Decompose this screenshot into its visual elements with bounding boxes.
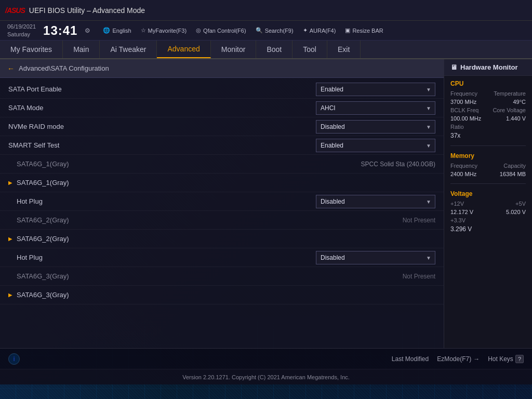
nav-my-favorites[interactable]: My Favorites (0, 41, 63, 58)
voltage-5v-label: +5V (515, 201, 526, 207)
day-display: Saturday (7, 31, 36, 38)
nav-advanced[interactable]: Advanced (157, 41, 210, 58)
last-modified-label: Last Modified (392, 355, 429, 363)
sata6g2-info-value: Not Present (403, 217, 435, 224)
memory-frequency-value-row: 2400 MHz 16384 MB (450, 171, 526, 177)
toolbar-qfan[interactable]: ◎ Qfan Control(F6) (196, 27, 246, 34)
memory-section-title: Memory (450, 152, 526, 159)
hot-keys-label: Hot Keys (488, 355, 513, 363)
star-icon: ☆ (141, 27, 146, 34)
memory-voltage-divider (450, 183, 526, 184)
cpu-ratio-row: Ratio (450, 124, 526, 130)
setting-nvme-raid: NVMe RAID mode Enabled Disabled ▼ (0, 117, 444, 136)
last-modified-button[interactable]: Last Modified (392, 355, 429, 363)
expand-arrow-icon: ▶ (8, 180, 12, 185)
hot-plug-2-label: Hot Plug (17, 254, 316, 261)
cpu-bclk-value: 100.00 MHz (450, 115, 481, 122)
sata6g2-expand-label: SATA6G_2(Gray) (17, 235, 69, 243)
expand-arrow-icon: ▶ (8, 292, 12, 298)
nav-main[interactable]: Main (63, 41, 100, 58)
sata-mode-select[interactable]: AHCI RAID IDE (316, 101, 435, 115)
footer-right: Last Modified EzMode(F7) → Hot Keys ? (392, 355, 524, 363)
memory-capacity-value: 16384 MB (500, 171, 526, 177)
memory-frequency-value: 2400 MHz (450, 171, 476, 177)
hw-monitor-title-text: Hardware Monitor (460, 63, 518, 71)
cpu-bclk-row: BCLK Freq Core Voltage (450, 107, 526, 113)
voltage-5v-value: 5.020 V (506, 209, 526, 215)
hw-monitor-title: 🖥 Hardware Monitor (444, 59, 532, 76)
cpu-ratio-label: Ratio (450, 124, 464, 130)
toolbar-aura[interactable]: ✦ AURA(F4) (303, 27, 336, 34)
hot-keys-icon: ? (515, 355, 524, 363)
nvme-raid-select[interactable]: Enabled Disabled (316, 120, 435, 134)
ez-mode-arrow-icon: → (473, 355, 480, 363)
voltage-12v-label: +12V (450, 201, 464, 207)
hot-plug-1-label: Hot Plug (17, 197, 316, 205)
sata6g1-info-value: SPCC Solid Sta (240.0GB) (361, 161, 435, 168)
cpu-frequency-value: 3700 MHz (450, 99, 476, 105)
fan-icon: ◎ (196, 27, 201, 34)
cpu-temperature-value: 49°C (513, 99, 526, 105)
myfavorite-label: MyFavorite(F3) (148, 28, 187, 34)
memory-capacity-label: Capacity (503, 163, 526, 169)
toolbar-language[interactable]: 🌐 English (103, 27, 131, 34)
cpu-core-voltage-value: 1.440 V (506, 115, 526, 122)
cpu-ratio-value: 37x (450, 132, 526, 139)
cpu-temperature-label: Temperature (494, 90, 526, 97)
cpu-frequency-row: Frequency Temperature (450, 90, 526, 97)
voltage-12v-value: 12.172 V (450, 209, 473, 215)
settings-icon[interactable]: ⚙ (85, 27, 90, 34)
setting-sata6g2-info: SATA6G_2(Gray) Not Present (0, 211, 444, 230)
nav-exit[interactable]: Exit (327, 41, 361, 58)
setting-sata-mode: SATA Mode AHCI RAID IDE ▼ (0, 99, 444, 117)
cpu-section-title: CPU (450, 80, 526, 87)
voltage-12v-value-row: 12.172 V 5.020 V (450, 209, 526, 215)
toolbar-myfavorite[interactable]: ☆ MyFavorite(F3) (141, 27, 187, 34)
cpu-section: CPU Frequency Temperature 3700 MHz 49°C … (444, 76, 532, 143)
toolbar-search[interactable]: 🔍 Search(F9) (256, 27, 294, 34)
voltage-33v-value: 3.296 V (450, 225, 526, 233)
hardware-monitor-panel: 🖥 Hardware Monitor CPU Frequency Tempera… (444, 59, 532, 348)
sata6g2-expandable[interactable]: ▶ SATA6G_2(Gray) (0, 230, 444, 248)
language-label: English (112, 28, 131, 34)
sata-mode-dropdown-wrapper: AHCI RAID IDE ▼ (316, 101, 435, 115)
nav-boot[interactable]: Boot (256, 41, 292, 58)
monitor-icon: 🖥 (450, 63, 457, 71)
sata6g3-expand-label: SATA6G_3(Gray) (17, 291, 69, 299)
sata6g3-info-value: Not Present (403, 273, 435, 280)
sata-port-enable-select[interactable]: Enabled Disabled (316, 83, 435, 96)
hot-plug-1-dropdown-wrapper: Enabled Disabled ▼ (316, 195, 435, 208)
nav-menu: My Favorites Main Ai Tweaker Advanced Mo… (0, 41, 532, 59)
setting-sata6g1-info: SATA6G_1(Gray) SPCC Solid Sta (240.0GB) (0, 155, 444, 174)
toolbar-resizebar[interactable]: ▣ Resize BAR (345, 27, 383, 34)
nav-ai-tweaker[interactable]: Ai Tweaker (100, 41, 157, 58)
ez-mode-label: EzMode(F7) (437, 355, 471, 363)
cpu-bclk-value-row: 100.00 MHz 1.440 V (450, 115, 526, 122)
nav-monitor[interactable]: Monitor (211, 41, 257, 58)
voltage-section: Voltage +12V +5V 12.172 V 5.020 V +3.3V … (444, 186, 532, 237)
info-button[interactable]: i (8, 353, 20, 365)
hot-plug-1-select[interactable]: Enabled Disabled (316, 195, 435, 208)
top-toolbar: 🌐 English ☆ MyFavorite(F3) ◎ Qfan Contro… (103, 27, 383, 34)
info-icon: i (14, 355, 15, 363)
sata6g3-expandable[interactable]: ▶ SATA6G_3(Gray) (0, 286, 444, 304)
setting-smart-self-test: SMART Self Test Enabled Disabled ▼ (0, 136, 444, 155)
hot-plug-2-select[interactable]: Enabled Disabled (316, 251, 435, 264)
nav-tool[interactable]: Tool (292, 41, 327, 58)
settings-list: SATA Port Enable Enabled Disabled ▼ SATA… (0, 78, 444, 307)
sata6g1-info-label: SATA6G_1(Gray) (8, 160, 361, 168)
footer-bar: i Last Modified EzMode(F7) → Hot Keys ? (0, 348, 532, 369)
sata6g1-expand-label: SATA6G_1(Gray) (17, 179, 69, 187)
nvme-raid-dropdown-wrapper: Enabled Disabled ▼ (316, 120, 435, 134)
back-arrow-icon[interactable]: ← (7, 64, 15, 73)
search-label: Search(F9) (265, 28, 294, 34)
memory-frequency-label: Frequency (450, 163, 477, 169)
hot-keys-button[interactable]: Hot Keys ? (488, 355, 524, 363)
cpu-memory-divider (450, 145, 526, 146)
ez-mode-button[interactable]: EzMode(F7) → (437, 355, 480, 363)
expand-arrow-icon: ▶ (8, 236, 12, 242)
resizebar-label: Resize BAR (352, 28, 383, 34)
smart-self-test-select[interactable]: Enabled Disabled (316, 139, 435, 152)
sata-mode-label: SATA Mode (8, 104, 316, 112)
sata6g1-expandable[interactable]: ▶ SATA6G_1(Gray) (0, 174, 444, 192)
